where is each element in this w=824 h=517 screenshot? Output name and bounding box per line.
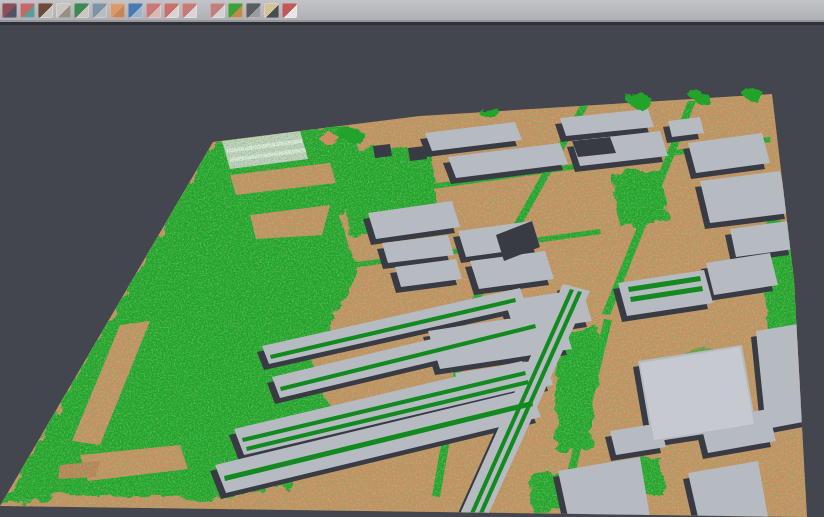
flag-icon[interactable]	[282, 3, 297, 18]
vegetation-hill-icon[interactable]	[74, 3, 89, 18]
marquee-select-icon[interactable]	[182, 3, 197, 18]
profile-section-icon[interactable]	[92, 3, 107, 18]
align-tool-icon[interactable]	[20, 3, 35, 18]
ring-select-icon[interactable]	[164, 3, 179, 18]
axes-move-icon[interactable]	[264, 3, 279, 18]
application-window	[0, 0, 824, 517]
lasso-select-icon[interactable]	[210, 3, 225, 18]
globe-icon[interactable]	[128, 3, 143, 18]
main-toolbar	[0, 0, 824, 20]
classification-icon[interactable]	[228, 3, 243, 18]
layers-icon[interactable]	[146, 3, 161, 18]
render-camera-icon[interactable]	[246, 3, 261, 18]
terrain-dem-icon[interactable]	[38, 3, 53, 18]
orthophoto-icon[interactable]	[110, 3, 125, 18]
classified-mesh-render	[0, 25, 824, 517]
3d-viewport[interactable]	[0, 25, 824, 517]
sparse-points-icon[interactable]	[56, 3, 71, 18]
cloud-import-icon[interactable]	[2, 3, 17, 18]
